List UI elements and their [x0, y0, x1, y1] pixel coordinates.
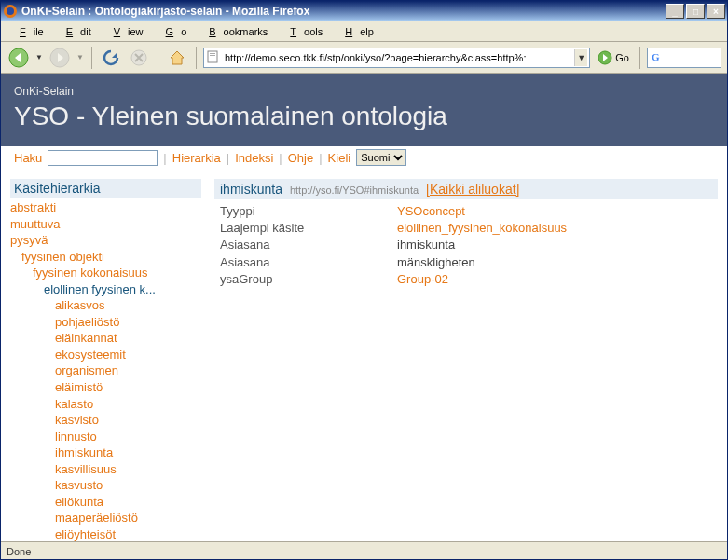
tree-item[interactable]: muuttuva — [10, 216, 201, 233]
home-button[interactable] — [165, 46, 189, 70]
page-content: OnKi-Selain YSO - Yleinen suomalainen on… — [1, 74, 727, 541]
tree-item[interactable]: kasvillisuus — [10, 461, 201, 478]
property-value: YSOconcept — [397, 203, 465, 220]
svg-rect-5 — [208, 51, 217, 62]
property-value: ihmiskunta — [397, 237, 455, 253]
property-link[interactable]: YSOconcept — [397, 204, 465, 218]
tree-item[interactable]: maaperäeliöstö — [10, 510, 201, 526]
nav-separator: | — [227, 151, 229, 165]
toolbar-separator-2 — [158, 47, 158, 69]
window-titlebar: OnKi-Selain : Ontologiakirjasto-selain -… — [1, 1, 727, 21]
page-title: YSO - Yleinen suomalainen ontologia — [14, 102, 714, 131]
reload-button[interactable] — [99, 46, 123, 70]
tree-item[interactable]: abstrakti — [10, 199, 201, 216]
tree-item[interactable]: alikasvos — [10, 297, 201, 314]
nav-separator: | — [319, 151, 322, 165]
property-value: Group-02 — [397, 271, 448, 288]
tree-item[interactable]: organismen — [10, 362, 201, 379]
forward-dropdown[interactable]: ▼ — [76, 46, 85, 70]
property-value: elollinen_fyysinen_kokonaisuus — [397, 220, 567, 237]
language-select[interactable]: Suomi — [356, 149, 406, 166]
forward-button[interactable] — [48, 46, 72, 70]
google-icon: G — [652, 50, 665, 65]
tree-item[interactable]: pysyvä — [10, 232, 201, 249]
tree-item[interactable]: fyysinen kokonaisuus — [10, 265, 201, 281]
status-bar: Done — [1, 541, 727, 560]
toolbar-separator-4 — [639, 47, 640, 69]
svg-point-1 — [7, 7, 14, 15]
window-controls: _ □ × — [666, 4, 725, 19]
menu-tools[interactable]: Tools — [275, 23, 330, 40]
nav-separator: | — [163, 151, 166, 165]
menu-edit[interactable]: Edit — [51, 23, 99, 40]
nav-haku[interactable]: Haku — [14, 151, 42, 165]
search-box[interactable]: G — [647, 48, 721, 68]
go-button[interactable]: Go — [594, 50, 633, 65]
minimize-button[interactable]: _ — [666, 4, 684, 19]
property-label: Asiasana — [220, 254, 397, 271]
firefox-icon — [3, 4, 18, 19]
stop-button[interactable] — [127, 46, 151, 70]
tree-item[interactable]: ihmiskunta — [10, 444, 201, 461]
tree-item[interactable]: eläimistö — [10, 379, 201, 396]
address-bar[interactable]: ▼ — [203, 48, 590, 68]
all-subclasses-link[interactable]: [Kaikki aliluokat] — [426, 182, 519, 197]
main-panel: ihmiskunta http://yso.fi/YSO#ihmiskunta … — [214, 179, 718, 541]
svg-rect-7 — [210, 55, 215, 56]
toolbar: ▼ ▼ ▼ Go G — [1, 42, 727, 74]
tree-item[interactable]: kasvusto — [10, 477, 201, 494]
tree-item[interactable]: ekosysteemit — [10, 347, 201, 363]
breadcrumb: OnKi-Selain — [14, 85, 714, 98]
url-dropdown[interactable]: ▼ — [574, 49, 587, 66]
svg-rect-6 — [210, 53, 215, 54]
property-label: Tyyppi — [220, 203, 397, 220]
page-header: OnKi-Selain YSO - Yleinen suomalainen on… — [1, 74, 727, 146]
tree-item[interactable]: fyysinen objekti — [10, 249, 201, 266]
menu-go[interactable]: Go — [151, 23, 195, 40]
tree-item[interactable]: elollinen fyysinen k... — [10, 281, 201, 298]
property-value: mänskligheten — [397, 254, 475, 271]
menu-help[interactable]: Help — [330, 23, 381, 40]
nav-ohje[interactable]: Ohje — [288, 151, 313, 165]
back-button[interactable] — [7, 46, 31, 70]
menu-bar: File Edit View Go Bookmarks Tools Help — [1, 21, 727, 42]
sidebar-heading: Käsitehierarkia — [10, 179, 201, 198]
property-row: Asiasanamänskligheten — [220, 254, 712, 271]
concept-properties: TyyppiYSOconceptLaajempi käsiteelollinen… — [214, 199, 718, 292]
maximize-button[interactable]: □ — [686, 4, 705, 19]
concept-header: ihmiskunta http://yso.fi/YSO#ihmiskunta … — [214, 179, 718, 199]
back-dropdown[interactable]: ▼ — [34, 46, 44, 70]
svg-text:G: G — [652, 51, 660, 62]
tree-item[interactable]: kasvisto — [10, 412, 201, 429]
hierarchy-tree: abstraktimuuttuvapysyväfyysinen objektif… — [10, 198, 201, 541]
toolbar-separator — [91, 47, 92, 69]
tree-item[interactable]: linnusto — [10, 429, 201, 445]
property-link[interactable]: elollinen_fyysinen_kokonaisuus — [397, 221, 567, 235]
menu-file[interactable]: File — [5, 23, 51, 40]
tree-item[interactable]: kalasto — [10, 396, 201, 413]
tree-item[interactable]: pohjaeliöstö — [10, 314, 201, 331]
menu-bookmarks[interactable]: Bookmarks — [194, 23, 275, 40]
property-label: Laajempi käsite — [220, 220, 397, 237]
property-link[interactable]: Group-02 — [397, 272, 448, 286]
tree-item[interactable]: eläinkannat — [10, 330, 201, 347]
url-input[interactable] — [223, 51, 570, 64]
window-title: OnKi-Selain : Ontologiakirjasto-selain -… — [21, 5, 666, 18]
close-button[interactable]: × — [707, 4, 725, 19]
nav-indeksi[interactable]: Indeksi — [235, 151, 273, 165]
sidebar: Käsitehierarkia abstraktimuuttuvapysyväf… — [10, 179, 201, 541]
nav-hierarkia[interactable]: Hierarkia — [172, 151, 221, 165]
property-label: ysaGroup — [220, 271, 397, 288]
concept-uri: http://yso.fi/YSO#ihmiskunta — [290, 184, 419, 196]
tree-item[interactable]: eliökunta — [10, 494, 201, 511]
top-nav: Haku | Hierarkia | Indeksi | Ohje | Kiel… — [1, 146, 727, 171]
search-input[interactable] — [48, 150, 158, 166]
property-label: Asiasana — [220, 237, 397, 253]
concept-name: ihmiskunta — [220, 182, 282, 197]
property-row: Laajempi käsiteelollinen_fyysinen_kokona… — [220, 220, 712, 237]
menu-view[interactable]: View — [99, 23, 151, 40]
tree-item[interactable]: eliöyhteisöt — [10, 526, 201, 541]
page-icon — [206, 50, 219, 65]
nav-kieli[interactable]: Kieli — [328, 151, 351, 165]
property-row: Asiasanaihmiskunta — [220, 237, 712, 253]
